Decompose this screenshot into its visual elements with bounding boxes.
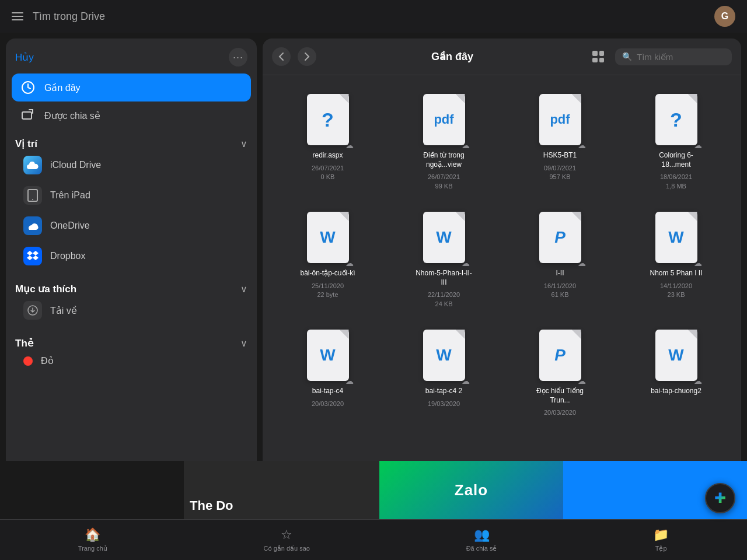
grid-view-toggle[interactable]	[588, 47, 608, 66]
ipad-label: Trên iPad	[50, 190, 90, 201]
bg-thumb-2: The Do	[184, 461, 379, 519]
content-panel: Gần đây 🔍 ? ☁ red	[263, 38, 741, 513]
file-item[interactable]: pdf ☁ HSK5-BT1 09/07/2021957 KB	[504, 85, 616, 198]
file-meta: 26/07/202199 KB	[428, 173, 460, 191]
top-bar-title: Tìm trong Drive	[33, 10, 105, 23]
sidebar: Hủy ··· Gần đây	[6, 38, 257, 513]
files-icon: 📁	[653, 527, 669, 542]
cloud-badge: ☁	[578, 141, 586, 150]
sidebar-item-onedrive[interactable]: OneDrive	[15, 211, 247, 241]
search-icon: 🔍	[622, 52, 632, 61]
file-meta: 25/11/202022 byte	[312, 282, 344, 300]
file-name: HSK5-BT1	[543, 151, 577, 160]
cloud-badge: ☁	[694, 258, 702, 268]
sidebar-item-dropbox[interactable]: Dropbox	[15, 241, 247, 271]
tab-files[interactable]: 📁 Tệp	[641, 524, 680, 556]
file-item[interactable]: W ☁ bai-tap-c4 2 19/03/2020	[388, 320, 500, 425]
tab-shared[interactable]: 👥 Đã chia sẻ	[455, 524, 509, 556]
shared-icon	[20, 107, 36, 124]
star-icon: ☆	[281, 527, 292, 542]
hamburger-menu[interactable]	[12, 12, 23, 20]
svg-rect-1	[22, 112, 32, 119]
section-favorites-title: Mục ưa thích	[15, 283, 76, 295]
file-item[interactable]: ? ☁ Coloring 6-18...ment 18/06/20211,8 M…	[620, 85, 732, 198]
file-name: bai-tap-c4 2	[425, 387, 462, 396]
file-item[interactable]: P ☁ I-II 16/11/202061 KB	[504, 202, 616, 316]
top-bar-left: Tìm trong Drive	[12, 10, 105, 23]
avatar[interactable]: G	[714, 6, 735, 27]
file-icon: W ☁	[421, 327, 467, 383]
section-tags-title: Thẻ	[15, 337, 33, 349]
file-item[interactable]: W ☁ bai-tap-c4 20/03/2020	[272, 320, 383, 425]
file-icon: ? ☁	[305, 92, 351, 148]
file-name: Coloring 6-18...ment	[647, 151, 706, 169]
file-icon: W ☁	[653, 327, 700, 383]
sidebar-item-ipad[interactable]: Trên iPad	[15, 180, 247, 211]
back-button[interactable]	[272, 47, 291, 66]
file-item[interactable]: P ☁ Đọc hiểu Tiếng Trun... 20/03/2020	[504, 320, 616, 425]
file-page: P	[539, 330, 581, 381]
download-icon	[23, 301, 42, 320]
sidebar-item-shared[interactable]: Được chia sẻ	[12, 102, 251, 130]
file-name: bai-tap-chuong2	[651, 387, 701, 396]
file-page: W	[307, 330, 349, 381]
content-header: Gần đây 🔍	[263, 38, 741, 75]
sidebar-item-download[interactable]: Tải về	[15, 295, 247, 326]
file-item[interactable]: ? ☁ redir.aspx 26/07/20210 KB	[272, 85, 383, 198]
file-page: ?	[655, 94, 697, 145]
section-viTri-title: Vị trí	[15, 138, 37, 150]
cloud-badge: ☁	[345, 258, 354, 268]
file-item[interactable]: W ☁ bài-ôn-tập-cuối-kì 25/11/202022 byte	[272, 202, 383, 316]
file-page: W	[655, 330, 697, 381]
file-meta: 18/06/20211,8 MB	[660, 173, 692, 191]
file-meta: 09/07/2021957 KB	[544, 164, 576, 182]
file-item[interactable]: W ☁ Nhom 5 Phan I II 14/11/202023 KB	[620, 202, 732, 316]
grid-icon	[592, 51, 604, 62]
clock-icon	[20, 79, 36, 96]
chevron-down-icon: ∨	[240, 138, 247, 149]
svg-point-3	[32, 199, 33, 200]
cloud-badge: ☁	[578, 376, 586, 386]
onedrive-icon	[23, 216, 42, 235]
forward-button[interactable]	[298, 47, 316, 66]
section-favorites-header[interactable]: Mục ưa thích ∨	[15, 283, 247, 295]
bg-thumb-1	[0, 461, 184, 519]
file-name: redir.aspx	[312, 151, 343, 160]
file-name: bai-tap-c4	[312, 387, 343, 396]
chevron-down-icon-tags: ∨	[240, 338, 247, 349]
section-favorites: Mục ưa thích ∨ Tải về	[6, 275, 257, 329]
file-icon: W ☁	[305, 209, 351, 265]
ipad-icon	[23, 186, 42, 205]
cancel-button[interactable]: Hủy	[15, 51, 34, 64]
icloud-label: iCloud Drive	[50, 160, 101, 170]
sidebar-tag-red[interactable]: Đỏ	[15, 349, 247, 372]
section-tags-header[interactable]: Thẻ ∨	[15, 337, 247, 349]
tab-shared-label: Đã chia sẻ	[466, 545, 497, 552]
chevron-down-icon-favorites: ∨	[240, 284, 247, 295]
tab-starred-label: Có gắn dấu sao	[264, 545, 310, 552]
file-item[interactable]: W ☁ Nhom-5-Phan-I-II-III 22/11/202024 KB	[388, 202, 500, 316]
file-meta: 14/11/202023 KB	[660, 282, 692, 300]
search-input[interactable]	[637, 52, 741, 62]
file-meta: 20/03/2020	[544, 408, 576, 417]
cloud-badge: ☁	[462, 376, 470, 386]
sidebar-item-icloud[interactable]: iCloud Drive	[15, 150, 247, 180]
red-dot	[23, 356, 33, 366]
tab-home[interactable]: 🏠 Trang chủ	[67, 524, 119, 556]
tab-starred[interactable]: ☆ Có gắn dấu sao	[252, 524, 322, 556]
file-name: bài-ôn-tập-cuối-kì	[300, 269, 355, 278]
home-icon: 🏠	[85, 527, 100, 542]
recent-label: Gần đây	[44, 82, 81, 93]
file-page: W	[423, 330, 465, 381]
search-box[interactable]: 🔍	[615, 48, 732, 65]
fab-button[interactable]: ✚	[705, 483, 735, 513]
cloud-badge: ☁	[578, 258, 586, 268]
file-item[interactable]: pdf ☁ Điền từ trong ngoặ...view 26/07/20…	[388, 85, 500, 198]
sidebar-item-recent[interactable]: Gần đây	[12, 74, 251, 102]
more-button[interactable]: ···	[229, 48, 247, 66]
file-item[interactable]: W ☁ bai-tap-chuong2	[620, 320, 732, 425]
file-meta: 19/03/2020	[428, 400, 460, 408]
section-viTri-header[interactable]: Vị trí ∨	[15, 138, 247, 150]
file-icon: W ☁	[305, 327, 351, 383]
file-icon: pdf ☁	[421, 92, 467, 148]
